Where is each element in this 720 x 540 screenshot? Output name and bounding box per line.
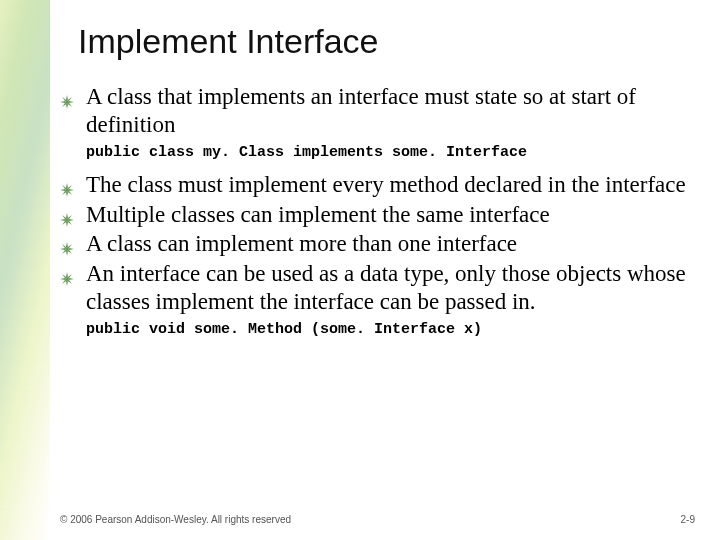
asterisk-bullet-icon [60,88,74,102]
bullet-list-1: A class that implements an interface mus… [60,83,700,138]
bullet-text: A class can implement more than one inte… [86,231,517,256]
code-block-1: public class my. Class implements some. … [86,144,700,161]
asterisk-bullet-icon [60,206,74,220]
list-item: Multiple classes can implement the same … [60,201,700,229]
asterisk-bullet-icon [60,235,74,249]
slide-footer: © 2006 Pearson Addison-Wesley. All right… [60,514,695,525]
slide-left-decoration [0,0,50,540]
footer-copyright: © 2006 Pearson Addison-Wesley. All right… [60,514,291,525]
list-item: A class that implements an interface mus… [60,83,700,138]
bullet-text: A class that implements an interface mus… [86,84,636,137]
list-item: The class must implement every method de… [60,171,700,199]
asterisk-bullet-icon [60,265,74,279]
bullet-text: The class must implement every method de… [86,172,686,197]
slide-title: Implement Interface [78,22,700,61]
asterisk-bullet-icon [60,176,74,190]
bullet-text: Multiple classes can implement the same … [86,202,550,227]
list-item: An interface can be used as a data type,… [60,260,700,315]
bullet-text: An interface can be used as a data type,… [86,261,686,314]
footer-page-number: 2-9 [681,514,695,525]
list-item: A class can implement more than one inte… [60,230,700,258]
bullet-list-2: The class must implement every method de… [60,171,700,315]
slide-body: Implement Interface [60,22,700,525]
code-block-2: public void some. Method (some. Interfac… [86,321,700,338]
